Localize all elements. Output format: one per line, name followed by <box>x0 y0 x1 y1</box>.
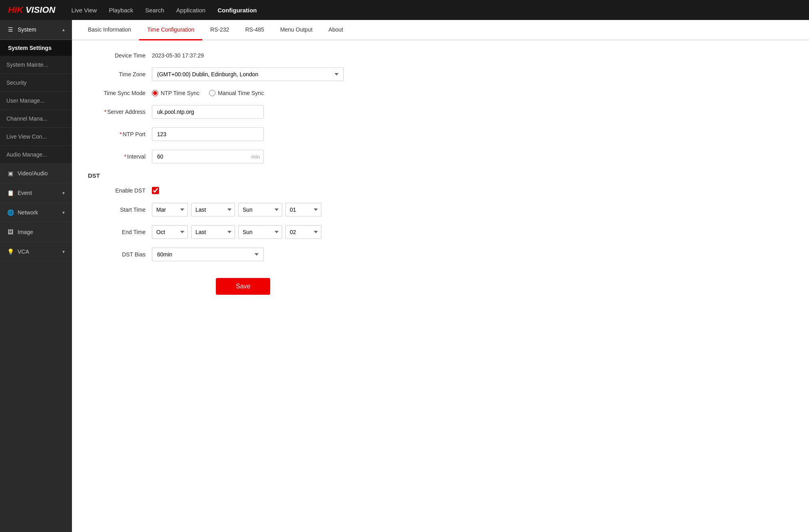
time-sync-radio-group: NTP Time Sync Manual Time Sync <box>152 90 264 96</box>
sidebar-section-system[interactable]: ☰ System ▲ <box>0 20 72 40</box>
tab-bar: Basic Information Time Configuration RS-… <box>72 20 809 40</box>
manual-time-sync-radio[interactable] <box>209 90 215 96</box>
server-address-input[interactable] <box>152 105 264 119</box>
tab-rs232[interactable]: RS-232 <box>202 20 237 40</box>
device-time-row: Device Time 2023-05-30 17:37:29 <box>88 52 793 59</box>
save-row: Save <box>88 270 793 295</box>
start-month-select[interactable]: JanFebMarAprMayJunJulAugSepOctNovDec <box>152 203 188 216</box>
server-address-row: *Server Address <box>88 105 793 119</box>
dst-bias-select[interactable]: 30min60min90min120min <box>152 248 264 261</box>
sidebar-item-channel-manage[interactable]: Channel Mana... <box>0 110 72 128</box>
start-time-row: Start Time JanFebMarAprMayJunJulAugSepOc… <box>88 203 793 216</box>
brand-logo: HIKVISION <box>8 5 55 15</box>
nav-application[interactable]: Application <box>176 7 205 14</box>
time-zone-label: Time Zone <box>88 71 152 77</box>
menu-icon: ☰ <box>6 26 14 34</box>
device-time-label: Device Time <box>88 52 152 59</box>
nav-live-view[interactable]: Live View <box>71 7 97 14</box>
sidebar: ☰ System ▲ System Settings System Mainte… <box>0 20 72 532</box>
tab-rs485[interactable]: RS-485 <box>237 20 272 40</box>
enable-dst-row: Enable DST <box>88 187 793 194</box>
dst-heading: DST <box>88 172 793 179</box>
required-star-interval: * <box>124 153 126 160</box>
sidebar-section-event[interactable]: 📋 Event ▼ <box>0 183 72 203</box>
server-address-label: *Server Address <box>88 109 152 115</box>
sidebar-item-live-view-con[interactable]: Live View Con... <box>0 128 72 146</box>
event-icon: 📋 <box>6 189 14 197</box>
main-layout: ☰ System ▲ System Settings System Mainte… <box>0 20 809 532</box>
video-icon: ▣ <box>6 169 14 177</box>
end-week-select[interactable]: FirstSecondThirdFourthLast <box>191 225 235 239</box>
main-content: Basic Information Time Configuration RS-… <box>72 20 809 532</box>
sidebar-item-system-settings[interactable]: System Settings <box>0 40 72 56</box>
sidebar-section-video-audio[interactable]: ▣ Video/Audio <box>0 164 72 183</box>
sidebar-section-image[interactable]: 🖼 Image <box>0 222 72 242</box>
end-hour-select[interactable]: 0001020304050607080910111213141516171819… <box>285 225 321 239</box>
nav-search[interactable]: Search <box>145 7 164 14</box>
start-day-select[interactable]: MonTueWedThuFriSatSun <box>238 203 282 216</box>
sidebar-section-vca[interactable]: 💡 VCA ▼ <box>0 242 72 262</box>
end-month-select[interactable]: JanFebMarAprMayJunJulAugSepOctNovDec <box>152 225 188 239</box>
vca-icon: 💡 <box>6 248 14 256</box>
form-area: Device Time 2023-05-30 17:37:29 Time Zon… <box>72 40 809 532</box>
start-hour-select[interactable]: 0001020304050607080910111213141516171819… <box>285 203 321 216</box>
chevron-up-icon: ▲ <box>62 28 66 32</box>
sidebar-item-system-maint[interactable]: System Mainte... <box>0 56 72 74</box>
ntp-time-sync-option[interactable]: NTP Time Sync <box>152 90 199 96</box>
required-star-port: * <box>120 131 122 137</box>
dst-bias-row: DST Bias 30min60min90min120min <box>88 248 793 261</box>
required-star-server: * <box>104 109 106 115</box>
tab-basic-information[interactable]: Basic Information <box>80 20 139 40</box>
time-zone-row: Time Zone (GMT-12:00) International Date… <box>88 67 793 81</box>
time-zone-select[interactable]: (GMT-12:00) International Date Line West… <box>152 67 344 81</box>
time-sync-mode-row: Time Sync Mode NTP Time Sync Manual Time… <box>88 90 793 96</box>
enable-dst-label: Enable DST <box>88 187 152 194</box>
brand-vision: VISION <box>26 5 56 15</box>
interval-row: *Interval min <box>88 150 793 163</box>
manual-time-sync-option[interactable]: Manual Time Sync <box>209 90 264 96</box>
dst-bias-label: DST Bias <box>88 251 152 258</box>
end-time-controls: JanFebMarAprMayJunJulAugSepOctNovDec Fir… <box>152 225 321 239</box>
sidebar-item-security[interactable]: Security <box>0 74 72 92</box>
end-day-select[interactable]: MonTueWedThuFriSatSun <box>238 225 282 239</box>
end-time-row: End Time JanFebMarAprMayJunJulAugSepOctN… <box>88 225 793 239</box>
sidebar-section-network[interactable]: 🌐 Network ▼ <box>0 203 72 222</box>
tab-menu-output[interactable]: Menu Output <box>272 20 321 40</box>
sidebar-section-event-label: Event <box>18 190 32 196</box>
start-time-controls: JanFebMarAprMayJunJulAugSepOctNovDec Fir… <box>152 203 321 216</box>
end-time-label: End Time <box>88 229 152 235</box>
enable-dst-checkbox[interactable] <box>152 187 159 194</box>
chevron-down-icon: ▼ <box>62 191 66 195</box>
manual-time-sync-label: Manual Time Sync <box>218 90 264 96</box>
save-button[interactable]: Save <box>216 278 270 295</box>
sidebar-section-system-label: System <box>18 26 36 33</box>
ntp-time-sync-radio[interactable] <box>152 90 158 96</box>
nav-configuration[interactable]: Configuration <box>217 7 257 14</box>
ntp-time-sync-label: NTP Time Sync <box>161 90 199 96</box>
interval-suffix: min <box>251 154 260 160</box>
interval-input[interactable] <box>152 150 264 163</box>
sidebar-section-vca-label: VCA <box>18 248 29 255</box>
device-time-value: 2023-05-30 17:37:29 <box>152 52 204 59</box>
sidebar-section-image-label: Image <box>18 229 33 235</box>
start-time-label: Start Time <box>88 206 152 213</box>
sidebar-item-audio-manage[interactable]: Audio Manage... <box>0 146 72 164</box>
sidebar-item-user-manage[interactable]: User Manage... <box>0 92 72 110</box>
ntp-port-row: *NTP Port <box>88 127 793 141</box>
time-sync-mode-label: Time Sync Mode <box>88 90 152 96</box>
brand-hik: HIK <box>8 5 23 15</box>
sidebar-section-video-label: Video/Audio <box>18 170 48 177</box>
top-navigation: HIKVISION Live View Playback Search Appl… <box>0 0 809 20</box>
sidebar-section-network-label: Network <box>18 209 38 216</box>
nav-playback[interactable]: Playback <box>109 7 133 14</box>
ntp-port-input[interactable] <box>152 127 264 141</box>
image-icon: 🖼 <box>6 228 14 236</box>
interval-label: *Interval <box>88 153 152 160</box>
start-week-select[interactable]: FirstSecondThirdFourthLast <box>191 203 235 216</box>
tab-about[interactable]: About <box>321 20 351 40</box>
tab-time-configuration[interactable]: Time Configuration <box>139 20 202 40</box>
chevron-down-icon-3: ▼ <box>62 250 66 254</box>
interval-input-wrapper: min <box>152 150 264 163</box>
chevron-down-icon-2: ▼ <box>62 210 66 215</box>
network-icon: 🌐 <box>6 208 14 216</box>
